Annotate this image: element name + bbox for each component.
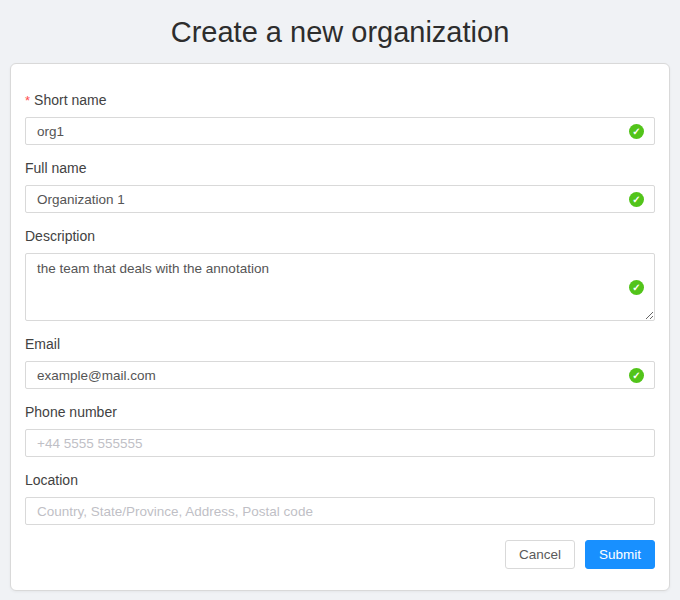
required-asterisk: * [25, 93, 30, 108]
submit-button[interactable]: Submit [585, 540, 655, 569]
email-input[interactable] [25, 361, 655, 389]
phone-number-field: Phone number [25, 404, 655, 457]
success-check-icon: ✓ [629, 124, 644, 139]
short-name-label: *Short name [25, 92, 655, 108]
location-control [25, 497, 655, 525]
email-label-text: Email [25, 336, 60, 352]
description-field: Description the team that deals with the… [25, 228, 655, 321]
short-name-label-text: Short name [34, 92, 106, 108]
short-name-control: ✓ [25, 117, 655, 145]
location-input[interactable] [25, 497, 655, 525]
full-name-label-text: Full name [25, 160, 86, 176]
phone-number-control [25, 429, 655, 457]
create-organization-form: *Short name ✓ Full name ✓ Description th… [10, 63, 670, 591]
location-field: Location [25, 472, 655, 525]
description-control: the team that deals with the annotation … [25, 253, 655, 321]
cancel-button[interactable]: Cancel [505, 540, 575, 569]
full-name-input[interactable] [25, 185, 655, 213]
success-check-icon: ✓ [629, 368, 644, 383]
phone-number-label-text: Phone number [25, 404, 117, 420]
email-control: ✓ [25, 361, 655, 389]
description-label: Description [25, 228, 655, 244]
email-field: Email ✓ [25, 336, 655, 389]
page-title: Create a new organization [0, 0, 680, 54]
full-name-control: ✓ [25, 185, 655, 213]
form-actions: Cancel Submit [25, 540, 655, 569]
phone-number-input[interactable] [25, 429, 655, 457]
description-textarea[interactable]: the team that deals with the annotation [25, 253, 655, 321]
success-check-icon: ✓ [629, 280, 644, 295]
short-name-input[interactable] [25, 117, 655, 145]
full-name-field: Full name ✓ [25, 160, 655, 213]
location-label: Location [25, 472, 655, 488]
success-check-icon: ✓ [629, 192, 644, 207]
full-name-label: Full name [25, 160, 655, 176]
phone-number-label: Phone number [25, 404, 655, 420]
short-name-field: *Short name ✓ [25, 92, 655, 145]
description-label-text: Description [25, 228, 95, 244]
location-label-text: Location [25, 472, 78, 488]
email-label: Email [25, 336, 655, 352]
